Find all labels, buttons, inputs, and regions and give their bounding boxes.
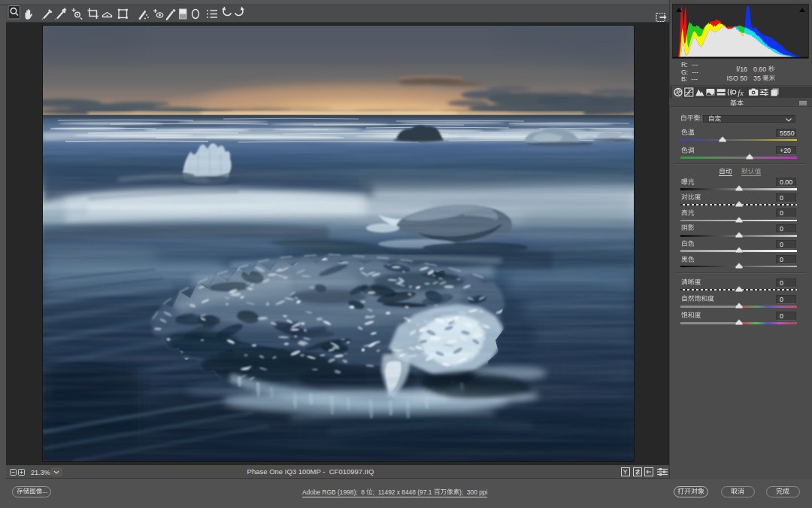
- svg-text:fx: fx: [738, 89, 744, 97]
- svg-text:Y: Y: [623, 468, 628, 476]
